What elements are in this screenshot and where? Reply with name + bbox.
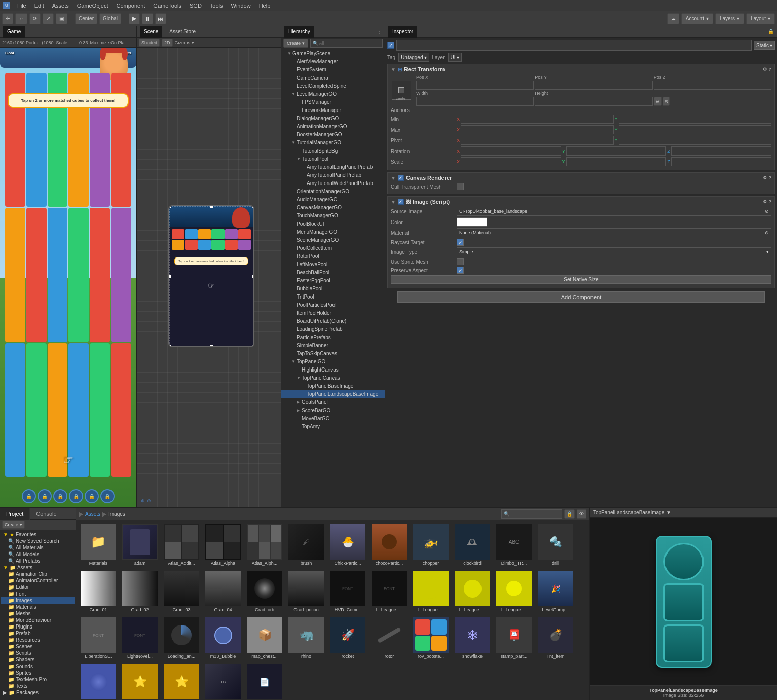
resources-folder[interactable]: 📁Resources: [1, 637, 75, 643]
hier-goalspanel[interactable]: ▶GoalsPanel: [281, 398, 385, 406]
asset-search[interactable]: 🔍: [501, 509, 562, 519]
asset-levelcomp[interactable]: 🎉 LevelComp...: [535, 569, 576, 614]
asset-toyblast[interactable]: TB TOYBLAST...: [203, 662, 243, 700]
font-folder[interactable]: 📁Font: [1, 591, 75, 597]
menu-window[interactable]: Window: [227, 0, 255, 11]
rect-tool[interactable]: ▣: [56, 13, 67, 24]
inspector-lock[interactable]: 🔒: [768, 29, 774, 34]
canvas-renderer-toggle[interactable]: ✓: [398, 175, 404, 181]
shaders-folder[interactable]: 📁Shaders: [1, 656, 75, 663]
materials-folder[interactable]: 📁Materials: [1, 604, 75, 610]
hier-dialogmanagergo[interactable]: DialogManagerGO: [281, 114, 385, 122]
hierarchy-create-btn[interactable]: Create ▾: [283, 39, 308, 48]
hier-poolparticlespool[interactable]: PoolParticlesPool: [281, 301, 385, 309]
asset-stamp-part[interactable]: 📮 stamp_part...: [494, 615, 534, 661]
layers-dropdown[interactable]: Layers ▾: [715, 13, 744, 24]
hier-rotorpool[interactable]: RotorPool: [281, 252, 385, 260]
new-saved-search[interactable]: 🔍 New Saved Search: [1, 538, 75, 544]
tag-dropdown[interactable]: Untagged ▾: [398, 53, 429, 62]
hier-poolblockui[interactable]: PoolBlockUI: [281, 219, 385, 228]
hier-boarduiprefabclone[interactable]: BoardUiPrefab(Clone): [281, 317, 385, 325]
scale-tool[interactable]: ⤢: [43, 13, 54, 24]
hier-leftmovepool[interactable]: LeftMovePool: [281, 260, 385, 268]
center-toggle[interactable]: Center: [75, 13, 97, 24]
hier-toppanellandscapebaseimage[interactable]: TopPanelLandscapeBaseImage: [281, 390, 385, 398]
all-materials[interactable]: 🔍 All Materials: [1, 544, 75, 551]
hier-eastereggpool[interactable]: EasterEggPool: [281, 276, 385, 284]
active-toggle[interactable]: ✓: [387, 42, 394, 49]
hier-topamy[interactable]: TopAmy: [281, 422, 385, 430]
min-y-input[interactable]: 1: [619, 115, 771, 124]
asset-grad-orb[interactable]: Grad_orb: [244, 569, 285, 614]
2d-btn[interactable]: 2D: [162, 39, 173, 47]
image-script-toggle[interactable]: ✓: [398, 199, 404, 205]
scenes-folder[interactable]: 📁Scenes: [1, 643, 75, 650]
hier-tutorialpool[interactable]: ▼TutorialPool: [281, 155, 385, 163]
breadcrumb-images[interactable]: Images: [108, 511, 125, 517]
hier-particleprefabs[interactable]: ParticlePrefabs: [281, 333, 385, 341]
hier-amytutorialpanel[interactable]: AmyTutorialPanelPrefab: [281, 171, 385, 179]
asset-rocket[interactable]: 🚀 rocket: [327, 615, 368, 661]
width-input[interactable]: 326: [416, 97, 534, 106]
layout-dropdown[interactable]: Layout ▾: [746, 13, 775, 24]
object-name-input[interactable]: TopPanelLandscapeBaseImage: [396, 40, 752, 51]
hier-simplebanner[interactable]: SimpleBanner: [281, 341, 385, 349]
max-x-input[interactable]: 0.5: [461, 125, 613, 134]
material-dropdown[interactable]: None (Material) ⊙: [457, 228, 771, 237]
console-tab[interactable]: Console: [30, 508, 63, 520]
textmeshpro-folder[interactable]: 📁TextMesh Pro: [1, 676, 75, 683]
asset-store-tab[interactable]: Asset Store: [165, 26, 200, 38]
game-tab[interactable]: Game: [3, 26, 25, 38]
global-toggle[interactable]: Global: [99, 13, 121, 24]
asset-eye-btn[interactable]: 👁: [577, 509, 586, 519]
asset-rotor[interactable]: rotor: [369, 615, 410, 661]
asset-m33-bubble[interactable]: m33_Bubble: [203, 615, 243, 661]
source-image-dropdown[interactable]: UI-TopUi-topbar_base_landscape ⊙: [457, 207, 771, 216]
rect-transform-header[interactable]: ▼ ⊞ Rect Transform ⚙ ?: [391, 66, 771, 72]
rot-y-input[interactable]: 0: [566, 146, 667, 156]
asset-atlas-addit[interactable]: Atlas_Addit...: [161, 522, 202, 568]
texts-folder[interactable]: 📁Texts: [1, 683, 75, 689]
sprites-folder[interactable]: 📁Sprites: [1, 670, 75, 676]
asset-dimbo-tr[interactable]: ABC Dimbo_TR...: [494, 522, 534, 568]
preserve-aspect-checkbox[interactable]: ✓: [457, 267, 464, 274]
editor-folder[interactable]: 📁Editor: [1, 584, 75, 591]
move-tool[interactable]: ↔: [15, 13, 27, 24]
hier-poolcollectitem[interactable]: PoolCollectItem: [281, 244, 385, 252]
hier-gamecamera[interactable]: GameCamera: [281, 73, 385, 82]
cloud-button[interactable]: ☁: [667, 13, 679, 24]
meshs-folder[interactable]: 📁Meshs: [1, 610, 75, 617]
native-size-btn[interactable]: Set Native Size: [391, 275, 771, 284]
layer-dropdown[interactable]: UI ▾: [448, 53, 462, 62]
asset-l-league-1[interactable]: FONT L_League_...: [369, 569, 410, 614]
menu-assets[interactable]: Assets: [48, 0, 73, 11]
asset-snowflake[interactable]: ❄ snowflake: [452, 615, 493, 661]
shaded-btn[interactable]: Shaded: [139, 39, 160, 47]
asset-adam[interactable]: adam: [120, 522, 160, 568]
asset-liberations[interactable]: FONT LiberationS...: [78, 615, 119, 661]
sounds-folder[interactable]: 📁Sounds: [1, 663, 75, 670]
images-folder[interactable]: 📁Images: [1, 597, 75, 604]
asset-hvd-comi[interactable]: FONT HVD_Comi...: [327, 569, 368, 614]
asset-drill[interactable]: 🔩 drill: [535, 522, 576, 568]
monobehaviour-folder[interactable]: 📁MonoBehaviour: [1, 617, 75, 623]
breadcrumb-assets[interactable]: Assets: [85, 511, 100, 517]
posz-input[interactable]: 0: [654, 81, 771, 90]
menu-file[interactable]: File: [13, 0, 30, 11]
hier-amytutoriallongpanel[interactable]: AmyTutorialLongPanelPrefab: [281, 163, 385, 171]
r-btn[interactable]: R: [663, 97, 670, 106]
assets-folder[interactable]: ▼ 📁 Assets: [1, 564, 75, 571]
scene-tab[interactable]: Scene: [140, 26, 162, 38]
menu-component[interactable]: Component: [112, 0, 149, 11]
hierarchy-search[interactable]: 🔍 All: [310, 39, 383, 48]
gizmos-btn[interactable]: Gizmos ▾: [175, 40, 194, 45]
hier-tutorialspritebg[interactable]: TutorialSpriteBg: [281, 146, 385, 155]
all-models[interactable]: 🔍 All Models: [1, 551, 75, 558]
asset-chocopartic[interactable]: chocoPartic...: [369, 522, 410, 568]
rot-x-input[interactable]: 0: [461, 146, 561, 156]
packages-folder[interactable]: ▶ 📁 Packages: [1, 689, 75, 696]
hier-levelmanagergo[interactable]: ▼LevelManagerGO: [281, 90, 385, 98]
pause-button[interactable]: ⏸: [142, 13, 153, 24]
hier-touchmanagergo[interactable]: TouchManagerGO: [281, 211, 385, 219]
raycast-checkbox[interactable]: ✓: [457, 239, 464, 246]
